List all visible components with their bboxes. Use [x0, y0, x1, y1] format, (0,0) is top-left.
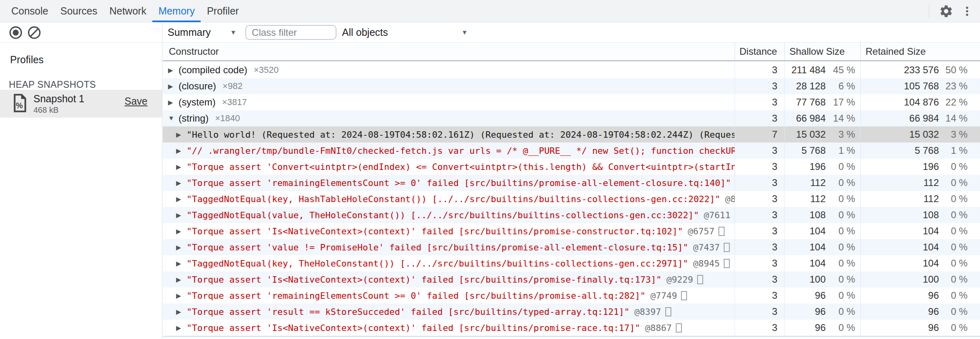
shallow-size-value: 112 — [785, 177, 826, 188]
retained-size-cell: 96 0 % — [860, 304, 980, 320]
distance-value: 3 — [735, 207, 784, 223]
disclosure-triangle-icon[interactable]: ▶ — [176, 276, 187, 283]
snapshot-save-link[interactable]: Save — [125, 95, 147, 107]
table-row[interactable]: ▶ "Torque assert 'Convert<uintptr>(endIn… — [163, 159, 980, 175]
tab-network[interactable]: Network — [103, 0, 152, 22]
table-row[interactable]: ▶ "TaggedNotEqual(key, TheHoleConstant()… — [163, 255, 980, 271]
table-row[interactable]: ▶ "Hello world! (Requested at: 2024-08-1… — [163, 126, 980, 143]
toolbar-divider — [929, 4, 929, 18]
column-header-retained-size[interactable]: Retained Size — [860, 43, 980, 60]
shallow-size-value: 15 032 — [785, 129, 826, 140]
disclosure-triangle-icon[interactable]: ▶ — [168, 83, 179, 90]
reveal-box-icon[interactable] — [676, 323, 682, 333]
disclosure-triangle-icon[interactable]: ▶ — [176, 195, 187, 203]
shallow-size-cell: 28 128 6 % — [784, 78, 860, 94]
objects-filter-select[interactable]: All objects ▼ — [342, 27, 468, 38]
profiles-toolbar — [0, 23, 162, 43]
reveal-box-icon[interactable] — [718, 227, 725, 236]
table-row[interactable]: ▶ (system) ×3817 3 77 768 17 % 104 876 2… — [163, 94, 980, 110]
table-row[interactable]: ▶ "Torque assert 'Is<NativeContext>(cont… — [163, 320, 980, 336]
disclosure-triangle-icon[interactable]: ▶ — [168, 99, 179, 106]
constructor-name: "Torque assert 'Is<NativeContext>(contex… — [187, 226, 683, 236]
disclosure-triangle-icon[interactable]: ▶ — [176, 131, 187, 138]
more-options-kebab-icon[interactable] — [957, 1, 978, 22]
reveal-box-icon[interactable] — [724, 259, 730, 268]
tab-profiler[interactable]: Profiler — [201, 0, 245, 22]
disclosure-triangle-icon[interactable]: ▶ — [176, 308, 187, 316]
disclosure-triangle-icon[interactable]: ▶ — [176, 211, 187, 219]
retained-size-percent: 0 % — [939, 258, 980, 269]
objects-filter-value: All objects — [342, 27, 388, 38]
constructor-cell: ▶ (system) ×3817 — [163, 94, 735, 110]
shallow-size-percent: 0 % — [826, 306, 860, 317]
retained-size-value: 96 — [861, 322, 939, 333]
shallow-size-percent: 0 % — [826, 290, 860, 301]
column-header-constructor[interactable]: Constructor — [163, 43, 735, 60]
shallow-size-value: 96 — [785, 306, 826, 317]
constructor-name: "Torque assert 'remainingElementsCount >… — [187, 291, 646, 301]
chevron-down-icon: ▼ — [230, 29, 237, 36]
disclosure-triangle-icon[interactable]: ▶ — [176, 227, 187, 235]
retained-size-value: 104 876 — [861, 97, 939, 108]
constructor-name: (closure) — [179, 81, 216, 92]
table-row[interactable]: ▶ "Torque assert 'Is<NativeContext>(cont… — [163, 271, 980, 287]
table-row[interactable]: ▶ "Torque assert 'value != PromiseHole' … — [163, 239, 980, 255]
object-id: @8867 — [645, 323, 672, 333]
disclosure-triangle-icon[interactable]: ▶ — [176, 260, 187, 267]
perspective-select[interactable]: Summary ▼ — [168, 27, 237, 38]
distance-value: 3 — [735, 94, 784, 110]
disclosure-triangle-icon[interactable]: ▼ — [168, 115, 179, 122]
disclosure-triangle-icon[interactable]: ▶ — [176, 147, 187, 155]
object-id: @9229 — [666, 275, 693, 285]
settings-gear-icon[interactable] — [936, 1, 957, 22]
tab-console[interactable]: Console — [5, 0, 54, 22]
table-row[interactable]: ▼ (string) ×1840 3 66 984 14 % 66 984 14… — [163, 110, 980, 126]
retained-size-cell: 196 0 % — [860, 159, 980, 175]
instance-count: ×1840 — [215, 113, 240, 124]
disclosure-triangle-icon[interactable]: ▶ — [176, 292, 187, 300]
constructor-name: "Torque assert 'Convert<uintptr>(endInde… — [187, 162, 735, 172]
disclosure-triangle-icon[interactable]: ▶ — [168, 66, 179, 74]
distance-value: 3 — [735, 320, 784, 336]
reveal-box-icon[interactable] — [697, 275, 703, 284]
table-row[interactable]: ▶ "TaggedNotEqual(value, TheHoleConstant… — [163, 207, 980, 223]
disclosure-triangle-icon[interactable]: ▶ — [176, 324, 187, 332]
profiles-sidebar: Profiles HEAP SNAPSHOTS % Snapshot 1 468… — [0, 23, 162, 339]
retained-size-value: 100 — [861, 274, 939, 285]
table-row[interactable]: ▶ (compiled code) ×3520 3 211 484 45 % 2… — [163, 62, 980, 78]
devtools-tabbar: Console Sources Network Memory Profiler — [0, 0, 980, 23]
disclosure-triangle-icon[interactable]: ▶ — [176, 179, 187, 187]
table-row[interactable]: ▶ "// .wrangler/tmp/bundle-FmNIt0/checke… — [163, 143, 980, 159]
table-row[interactable]: ▶ "Torque assert 'remainingElementsCount… — [163, 287, 980, 304]
table-row[interactable]: ▶ "Torque assert 'remainingElementsCount… — [163, 175, 980, 191]
disclosure-triangle-icon[interactable]: ▶ — [176, 244, 187, 251]
heap-snapshot-view: Summary ▼ All objects ▼ Constructor Dist… — [163, 23, 980, 339]
class-filter-input[interactable] — [245, 25, 336, 40]
snapshot-name: Snapshot 1 — [33, 93, 85, 105]
record-heap-snapshot-icon[interactable] — [6, 23, 25, 42]
retained-size-value: 96 — [861, 306, 939, 317]
retained-size-percent: 0 % — [939, 193, 980, 205]
table-row[interactable]: ▶ "TaggedNotEqual(key, HashTableHoleCons… — [163, 191, 980, 207]
tab-sources[interactable]: Sources — [54, 0, 104, 22]
retained-size-value: 66 984 — [861, 113, 939, 124]
column-header-distance[interactable]: Distance — [735, 43, 784, 60]
shallow-size-percent: 45 % — [826, 64, 860, 76]
retained-size-percent: 0 % — [939, 161, 980, 172]
column-header-shallow-size[interactable]: Shallow Size — [784, 43, 860, 60]
retained-size-percent: 3 % — [939, 129, 980, 140]
shallow-size-value: 77 768 — [785, 97, 826, 108]
disclosure-triangle-icon[interactable]: ▶ — [176, 163, 187, 171]
sidebar-item-snapshot-1[interactable]: % Snapshot 1 468 kB Save — [0, 90, 162, 118]
table-row[interactable]: ▶ (closure) ×982 3 28 128 6 % 105 768 23… — [163, 78, 980, 94]
reveal-box-icon[interactable] — [724, 243, 730, 252]
distance-value: 3 — [735, 255, 784, 271]
reveal-box-icon[interactable] — [665, 307, 671, 316]
shallow-size-percent: 0 % — [826, 242, 860, 253]
table-row[interactable]: ▶ "Torque assert 'Is<NativeContext>(cont… — [163, 223, 980, 239]
reveal-box-icon[interactable] — [681, 291, 687, 300]
tab-memory[interactable]: Memory — [152, 0, 201, 22]
clear-profiles-icon[interactable] — [25, 23, 44, 42]
table-row[interactable]: ▶ "Torque assert 'result == kStoreSucced… — [163, 304, 980, 320]
shallow-size-cell: 211 484 45 % — [784, 62, 860, 78]
